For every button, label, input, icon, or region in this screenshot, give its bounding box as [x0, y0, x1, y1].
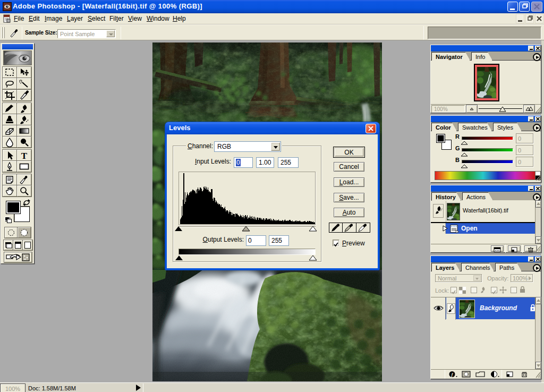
svg-text:T: T [21, 151, 28, 161]
